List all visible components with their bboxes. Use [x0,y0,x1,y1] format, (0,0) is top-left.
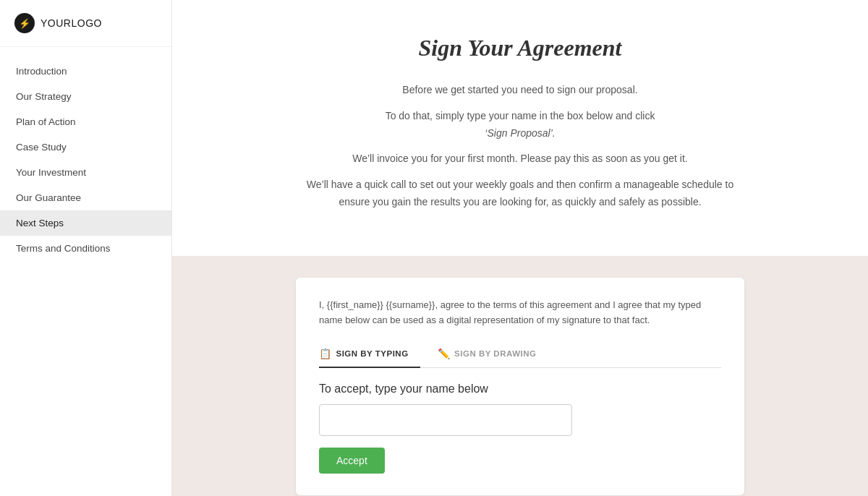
sidebar-item-our-guarantee[interactable]: Our Guarantee [0,185,171,210]
book-icon: 📋 [319,348,332,359]
sidebar-item-introduction[interactable]: Introduction [0,59,171,84]
accept-label: To accept, type your name below [319,382,721,395]
sidebar-item-next-steps[interactable]: Next Steps [0,210,171,236]
logo-icon: ⚡ [14,13,35,33]
tab-sign-typing[interactable]: 📋 SIGN BY TYPING [319,342,420,368]
bottom-section: I, {{first_name}} {{surname}}, agree to … [172,256,868,496]
nav-list: Introduction Our Strategy Plan of Action… [0,47,171,496]
sign-tabs: 📋 SIGN BY TYPING ✏️ SIGN BY DRAWING [319,342,721,368]
logo-area: ⚡ YOURLOGO [0,0,171,47]
lightning-icon: ⚡ [19,18,30,29]
logo-text: YOURLOGO [41,17,102,29]
intro-text-2b: ‘Sign Proposal’. [485,127,555,139]
agreement-text: I, {{first_name}} {{surname}}, agree to … [319,298,721,328]
main-content: Sign Your Agreement Before we get starte… [172,0,868,496]
intro-para-1: Before we get started you need to sign o… [303,82,737,99]
sidebar-item-plan-of-action[interactable]: Plan of Action [0,109,171,134]
pen-icon: ✏️ [438,348,451,359]
top-section: Sign Your Agreement Before we get starte… [172,0,868,256]
accept-button[interactable]: Accept [319,448,385,474]
name-input[interactable] [319,404,572,436]
sidebar: ⚡ YOURLOGO Introduction Our Strategy Pla… [0,0,172,496]
logo-bold: YOUR [41,17,71,29]
tab-sign-drawing-label: SIGN BY DRAWING [454,349,536,358]
intro-text-2a: To do that, simply type your name in the… [386,110,655,121]
intro-para-3: We’ll invoice you for your first month. … [303,150,737,168]
sidebar-item-our-strategy[interactable]: Our Strategy [0,84,171,109]
intro-para-4: We’ll have a quick call to set out your … [303,176,737,211]
tab-sign-typing-label: SIGN BY TYPING [336,349,409,358]
logo-normal: LOGO [71,17,101,29]
sidebar-item-terms-and-conditions[interactable]: Terms and Conditions [0,236,171,261]
sidebar-item-case-study[interactable]: Case Study [0,134,171,160]
page-title: Sign Your Agreement [216,35,825,61]
sidebar-item-your-investment[interactable]: Your Investment [0,160,171,185]
intro-para-2: To do that, simply type your name in the… [303,108,737,142]
tab-sign-drawing[interactable]: ✏️ SIGN BY DRAWING [438,342,548,368]
signature-card: I, {{first_name}} {{surname}}, agree to … [296,278,744,496]
